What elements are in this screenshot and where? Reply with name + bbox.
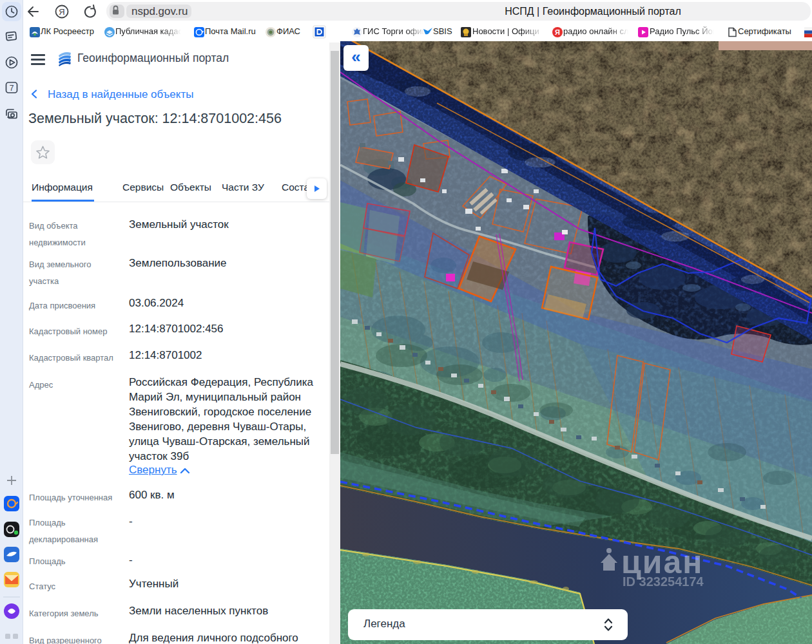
svg-text:Я: Я	[555, 28, 560, 36]
svg-text:ID 323254174: ID 323254174	[623, 574, 704, 589]
svg-text:7: 7	[10, 84, 14, 93]
svg-text:Я: Я	[59, 7, 64, 17]
